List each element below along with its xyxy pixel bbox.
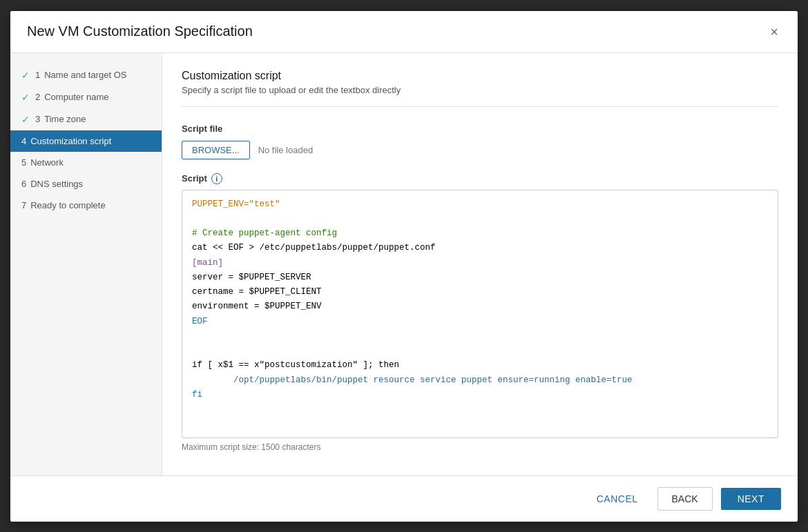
browse-row: BROWSE... No file loaded xyxy=(182,141,778,159)
info-icon[interactable]: i xyxy=(211,173,222,184)
sidebar-label-4: Customization script xyxy=(30,136,111,146)
step-num-2: 2 xyxy=(35,92,40,102)
script-content: PUPPET_ENV="test" # Create puppet-agent … xyxy=(192,197,768,403)
sidebar: ✓ 1 Name and target OS ✓ 2 Computer name… xyxy=(10,53,162,475)
sidebar-item-computer-name[interactable]: ✓ 2 Computer name xyxy=(10,86,162,108)
close-button[interactable]: × xyxy=(767,22,781,41)
sidebar-label-5: Network xyxy=(30,157,64,168)
modal-footer: CANCEL BACK NEXT xyxy=(10,475,798,522)
check-icon-1: ✓ xyxy=(21,70,30,81)
script-editor[interactable]: PUPPET_ENV="test" # Create puppet-agent … xyxy=(182,190,778,438)
back-button[interactable]: BACK xyxy=(657,487,713,511)
modal-header: New VM Customization Specification × xyxy=(10,11,798,53)
browse-button[interactable]: BROWSE... xyxy=(182,141,250,159)
sidebar-label-7: Ready to complete xyxy=(30,200,105,210)
step-num-3: 3 xyxy=(35,114,40,124)
content-subtitle: Specify a script file to upload or edit … xyxy=(182,85,778,107)
step-num-5: 5 xyxy=(21,157,26,168)
sidebar-item-ready-to-complete[interactable]: 7 Ready to complete xyxy=(10,195,162,216)
script-file-label: Script file xyxy=(182,124,778,134)
next-button[interactable]: NEXT xyxy=(721,488,781,510)
modal-overlay: New VM Customization Specification × ✓ 1… xyxy=(0,0,808,532)
content-title: Customization script xyxy=(182,70,778,82)
no-file-text: No file loaded xyxy=(258,145,314,155)
step-num-4: 4 xyxy=(21,136,26,146)
modal-title: New VM Customization Specification xyxy=(27,23,253,39)
sidebar-label-2: Computer name xyxy=(44,92,108,102)
sidebar-item-time-zone[interactable]: ✓ 3 Time zone xyxy=(10,108,162,130)
modal-body: ✓ 1 Name and target OS ✓ 2 Computer name… xyxy=(10,53,798,475)
sidebar-label-3: Time zone xyxy=(44,114,86,124)
sidebar-item-network[interactable]: 5 Network xyxy=(10,152,162,173)
script-label-row: Script i xyxy=(182,173,778,184)
sidebar-item-dns-settings[interactable]: 6 DNS settings xyxy=(10,173,162,195)
sidebar-label-6: DNS settings xyxy=(30,179,83,189)
step-num-6: 6 xyxy=(21,179,26,189)
max-size-text: Maximum script size: 1500 characters xyxy=(182,442,778,452)
script-label: Script xyxy=(182,173,207,184)
sidebar-label-1: Name and target OS xyxy=(44,70,126,80)
check-icon-3: ✓ xyxy=(21,114,30,125)
sidebar-item-name-target-os[interactable]: ✓ 1 Name and target OS xyxy=(10,64,162,86)
sidebar-item-customization-script[interactable]: 4 Customization script xyxy=(10,130,162,152)
content-area: Customization script Specify a script fi… xyxy=(162,53,798,475)
check-icon-2: ✓ xyxy=(21,92,30,103)
cancel-button[interactable]: CANCEL xyxy=(586,488,649,510)
step-num-1: 1 xyxy=(35,70,40,80)
modal-dialog: New VM Customization Specification × ✓ 1… xyxy=(10,11,798,522)
step-num-7: 7 xyxy=(21,200,26,210)
